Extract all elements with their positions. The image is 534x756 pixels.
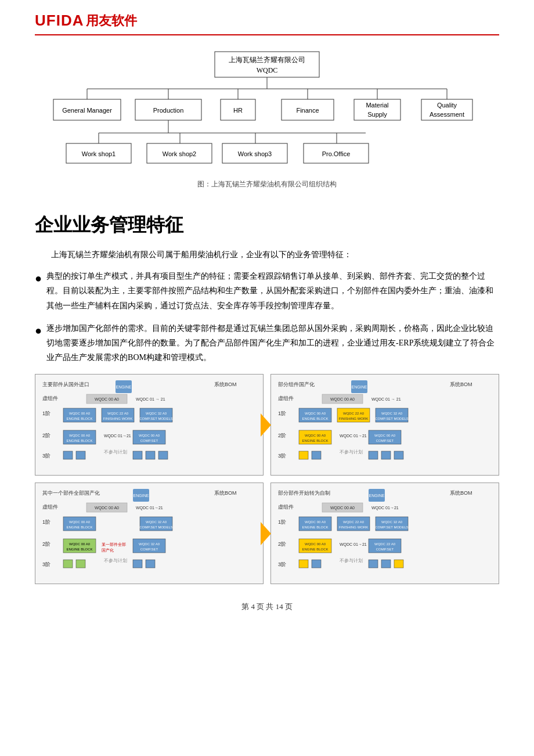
svg-text:WQDC: WQDC xyxy=(257,66,278,74)
svg-text:WQDC 22 A0: WQDC 22 A0 xyxy=(343,412,365,415)
svg-text:WQDC 00 A0: WQDC 00 A0 xyxy=(374,434,396,437)
svg-text:WQDC 00 A0: WQDC 00 A0 xyxy=(139,434,160,437)
bullet-dot-1: ● xyxy=(35,268,42,289)
bom-diagram-3: 其中一个部件全部国产化 ENGINE 系统BOM 虚组件 WQDC 00 A0 … xyxy=(35,483,264,584)
svg-text:1阶: 1阶 xyxy=(278,519,286,525)
page-footer: 第 4 页 共 14 页 xyxy=(35,596,499,612)
svg-text:1阶: 1阶 xyxy=(278,411,286,416)
svg-text:2阶: 2阶 xyxy=(278,541,286,547)
svg-text:1阶: 1阶 xyxy=(42,519,50,525)
svg-rect-103 xyxy=(381,451,391,459)
svg-text:部分部件开始转为自制: 部分部件开始转为自制 xyxy=(278,490,330,496)
bullet-list: ● 典型的按订单生产模式，并具有项目型生产的特征；需要全程跟踪销售订单从接单、到… xyxy=(35,269,499,365)
svg-text:WQDC 00 A0: WQDC 00 A0 xyxy=(305,434,326,437)
bom-diagram-1: 主要部件从国外进口 ENGINE 系统BOM 虚组件 WQDC 00 A0 WQ… xyxy=(35,374,264,476)
bullet-dot-2: ● xyxy=(35,320,42,341)
svg-text:WQDC 00 A0: WQDC 00 A0 xyxy=(305,520,326,524)
svg-text:虚组件: 虚组件 xyxy=(42,395,58,401)
svg-text:1阶: 1阶 xyxy=(42,411,50,416)
svg-text:主要部件从国外进口: 主要部件从国外进口 xyxy=(42,381,89,387)
svg-text:2阶: 2阶 xyxy=(42,433,50,438)
svg-text:COMP.SET: COMP.SET xyxy=(376,548,394,551)
svg-text:WQDC 00 A0: WQDC 00 A0 xyxy=(330,397,355,402)
svg-text:ENGINE: ENGINE xyxy=(352,385,367,389)
body-intro: 上海瓦锡兰齐耀柴油机有限公司属于船用柴油机行业，企业有以下的业务管理特征： xyxy=(35,247,499,262)
svg-text:ENGINE BLOCK: ENGINE BLOCK xyxy=(66,439,92,442)
svg-rect-130 xyxy=(63,560,73,568)
svg-text:ENGINE: ENGINE xyxy=(369,494,385,498)
svg-rect-100 xyxy=(312,451,321,459)
svg-text:WQDC 00 A0: WQDC 00 A0 xyxy=(95,506,119,510)
svg-text:Quality: Quality xyxy=(437,102,457,109)
svg-text:WQDC 32 A0: WQDC 32 A0 xyxy=(381,412,403,415)
svg-rect-163 xyxy=(312,560,321,568)
svg-text:Work shop2: Work shop2 xyxy=(163,150,197,157)
svg-text:Work shop1: Work shop1 xyxy=(82,150,116,157)
svg-text:ENGINE BLOCK: ENGINE BLOCK xyxy=(66,548,92,551)
svg-text:FINISHING WORK: FINISHING WORK xyxy=(339,525,369,529)
svg-text:WQDC 00 A0: WQDC 00 A0 xyxy=(69,520,91,524)
svg-text:ENGINE BLOCK: ENGINE BLOCK xyxy=(302,548,328,551)
svg-text:ENGINE: ENGINE xyxy=(134,494,149,498)
svg-text:General Manager: General Manager xyxy=(62,107,112,114)
svg-text:WQDC 00 A0: WQDC 00 A0 xyxy=(305,412,326,415)
svg-rect-133 xyxy=(133,560,142,568)
svg-rect-71 xyxy=(158,451,168,459)
org-chart-svg: 上海瓦锡兰齐耀有限公司 WQDC General Manager Product… xyxy=(41,47,493,175)
svg-text:WQDC 01→21: WQDC 01→21 xyxy=(340,434,367,438)
svg-text:不参与计划: 不参与计划 xyxy=(104,449,127,455)
svg-text:不参与计划: 不参与计划 xyxy=(104,558,127,563)
bom-diagrams-grid: 主要部件从国外进口 ENGINE 系统BOM 虚组件 WQDC 00 A0 WQ… xyxy=(35,374,499,584)
bullet-item-1: ● 典型的按订单生产模式，并具有项目型生产的特征；需要全程跟踪销售订单从接单、到… xyxy=(35,269,499,313)
bullet-item-2: ● 逐步增加国产化部件的需求。目前的关键零部件都是通过瓦锡兰集团总部从国外采购，… xyxy=(35,321,499,365)
svg-text:WQDC 01→21: WQDC 01→21 xyxy=(104,434,131,438)
section-title: 企业业务管理特征 xyxy=(35,213,499,238)
svg-text:ENGINE BLOCK: ENGINE BLOCK xyxy=(302,417,328,420)
svg-rect-102 xyxy=(369,451,378,459)
svg-text:ENGINE BLOCK: ENGINE BLOCK xyxy=(66,525,92,529)
svg-text:其中一个部件全部国产化: 其中一个部件全部国产化 xyxy=(42,490,100,496)
svg-text:WQDC 32 A0: WQDC 32 A0 xyxy=(146,520,167,524)
bullet-content-1: 典型的按订单生产模式，并具有项目型生产的特征；需要全程跟踪销售订单从接单、到采购… xyxy=(46,269,499,313)
svg-rect-131 xyxy=(76,560,85,568)
svg-text:COMP.SET MODELS: COMP.SET MODELS xyxy=(139,417,172,420)
page-header: UFIDA 用友软件 xyxy=(35,12,499,35)
svg-text:COMP.SET MODELS: COMP.SET MODELS xyxy=(375,525,408,529)
svg-text:3阶: 3阶 xyxy=(278,561,286,567)
svg-text:WQDC 00 A0: WQDC 00 A0 xyxy=(330,506,355,510)
svg-text:WQDC 22 A0: WQDC 22 A0 xyxy=(107,412,129,415)
svg-text:ENGINE: ENGINE xyxy=(116,385,132,389)
svg-text:3阶: 3阶 xyxy=(42,453,50,459)
svg-text:国产化: 国产化 xyxy=(102,548,114,552)
svg-text:虚组件: 虚组件 xyxy=(278,395,294,401)
svg-text:3阶: 3阶 xyxy=(278,453,286,459)
svg-rect-66 xyxy=(63,451,73,459)
svg-text:WQDC 00 A0: WQDC 00 A0 xyxy=(69,412,91,415)
svg-text:COMP.SET MODELS: COMP.SET MODELS xyxy=(139,525,172,529)
svg-text:虚组件: 虚组件 xyxy=(42,504,58,510)
svg-text:WQDC 00 A0: WQDC 00 A0 xyxy=(95,397,119,402)
svg-text:FINISHING WORK: FINISHING WORK xyxy=(103,417,133,420)
bullet-content-2: 逐步增加国产化部件的需求。目前的关键零部件都是通过瓦锡兰集团总部从国外采购，采购… xyxy=(46,321,499,365)
svg-text:Supply: Supply xyxy=(367,111,387,118)
svg-text:ENGINE BLOCK: ENGINE BLOCK xyxy=(66,417,92,420)
bom-diagram-4: 部分部件开始转为自制 ENGINE 系统BOM 虚组件 WQDC 00 A0 W… xyxy=(270,483,499,584)
svg-text:ENGINE BLOCK: ENGINE BLOCK xyxy=(302,439,328,442)
svg-rect-69 xyxy=(133,451,142,459)
svg-text:WQDC 00 A0: WQDC 00 A0 xyxy=(69,434,91,437)
svg-rect-165 xyxy=(369,560,378,568)
svg-text:2阶: 2阶 xyxy=(42,541,50,547)
svg-text:系统BOM: 系统BOM xyxy=(450,490,472,496)
svg-rect-162 xyxy=(299,560,308,568)
svg-text:某一部件全部: 某一部件全部 xyxy=(102,542,126,546)
svg-text:WQDC 00 A0: WQDC 00 A0 xyxy=(305,542,326,546)
svg-text:WQDC 01 → 21: WQDC 01 → 21 xyxy=(371,397,401,402)
svg-text:WQDC 01→21: WQDC 01→21 xyxy=(371,506,399,510)
svg-text:HR: HR xyxy=(233,107,243,114)
svg-rect-67 xyxy=(76,451,85,459)
svg-text:部分组件国产化: 部分组件国产化 xyxy=(278,381,315,387)
svg-text:上海瓦锡兰齐耀有限公司: 上海瓦锡兰齐耀有限公司 xyxy=(229,56,305,64)
svg-text:系统BOM: 系统BOM xyxy=(214,490,237,496)
svg-text:系统BOM: 系统BOM xyxy=(214,381,237,387)
svg-text:Pro.Office: Pro.Office xyxy=(322,150,351,157)
